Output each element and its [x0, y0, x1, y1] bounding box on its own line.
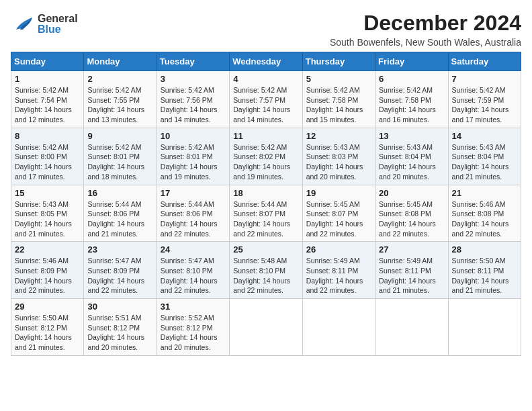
day-info: Sunrise: 5:42 AM Sunset: 7:55 PM Dayligh…: [87, 85, 152, 125]
calendar-cell: 16Sunrise: 5:44 AM Sunset: 8:06 PM Dayli…: [84, 185, 157, 242]
day-number: 29: [15, 302, 80, 312]
calendar-cell: 2Sunrise: 5:42 AM Sunset: 7:55 PM Daylig…: [84, 71, 157, 128]
calendar-week-1: 1Sunrise: 5:42 AM Sunset: 7:54 PM Daylig…: [11, 71, 521, 128]
title-block: December 2024 South Bowenfels, New South…: [330, 11, 521, 48]
day-info: Sunrise: 5:50 AM Sunset: 8:12 PM Dayligh…: [15, 313, 80, 353]
calendar-cell: 24Sunrise: 5:47 AM Sunset: 8:10 PM Dayli…: [157, 242, 229, 299]
weekday-header-tuesday: Tuesday: [157, 52, 229, 71]
day-info: Sunrise: 5:46 AM Sunset: 8:09 PM Dayligh…: [15, 256, 80, 295]
calendar-cell: [448, 299, 521, 356]
day-info: Sunrise: 5:42 AM Sunset: 8:01 PM Dayligh…: [161, 142, 226, 182]
calendar-cell: 6Sunrise: 5:42 AM Sunset: 7:58 PM Daylig…: [375, 71, 448, 128]
calendar-cell: 17Sunrise: 5:44 AM Sunset: 8:06 PM Dayli…: [157, 185, 229, 242]
day-info: Sunrise: 5:47 AM Sunset: 8:09 PM Dayligh…: [87, 256, 152, 295]
month-title: December 2024: [330, 11, 521, 36]
calendar-cell: 27Sunrise: 5:49 AM Sunset: 8:11 PM Dayli…: [375, 242, 448, 299]
calendar-week-3: 15Sunrise: 5:43 AM Sunset: 8:05 PM Dayli…: [11, 185, 521, 242]
day-number: 1: [15, 74, 80, 84]
day-number: 30: [87, 302, 152, 312]
calendar-cell: 18Sunrise: 5:44 AM Sunset: 8:07 PM Dayli…: [230, 185, 302, 242]
calendar-week-2: 8Sunrise: 5:42 AM Sunset: 8:00 PM Daylig…: [11, 128, 521, 185]
calendar-cell: 9Sunrise: 5:42 AM Sunset: 8:01 PM Daylig…: [84, 128, 157, 185]
calendar-cell: 13Sunrise: 5:43 AM Sunset: 8:04 PM Dayli…: [375, 128, 448, 185]
day-number: 19: [306, 188, 371, 198]
day-info: Sunrise: 5:47 AM Sunset: 8:10 PM Dayligh…: [161, 256, 226, 295]
weekday-header-row: SundayMondayTuesdayWednesdayThursdayFrid…: [11, 52, 521, 71]
day-info: Sunrise: 5:48 AM Sunset: 8:10 PM Dayligh…: [233, 256, 298, 295]
day-info: Sunrise: 5:42 AM Sunset: 7:58 PM Dayligh…: [379, 85, 444, 125]
calendar-cell: 30Sunrise: 5:51 AM Sunset: 8:12 PM Dayli…: [84, 299, 157, 356]
day-number: 13: [379, 131, 444, 141]
calendar-cell: 12Sunrise: 5:43 AM Sunset: 8:03 PM Dayli…: [302, 128, 375, 185]
day-number: 18: [233, 188, 298, 198]
day-info: Sunrise: 5:49 AM Sunset: 8:11 PM Dayligh…: [379, 256, 444, 295]
day-info: Sunrise: 5:43 AM Sunset: 8:04 PM Dayligh…: [379, 142, 444, 182]
day-info: Sunrise: 5:46 AM Sunset: 8:08 PM Dayligh…: [452, 199, 517, 239]
day-number: 2: [87, 74, 152, 84]
calendar-cell: 8Sunrise: 5:42 AM Sunset: 8:00 PM Daylig…: [11, 128, 84, 185]
weekday-header-saturday: Saturday: [448, 52, 521, 71]
day-number: 8: [15, 131, 80, 141]
calendar-table: SundayMondayTuesdayWednesdayThursdayFrid…: [11, 52, 521, 356]
calendar-cell: 4Sunrise: 5:42 AM Sunset: 7:57 PM Daylig…: [230, 71, 302, 128]
page-header: General Blue December 2024 South Bowenfe…: [11, 11, 521, 48]
day-number: 20: [379, 188, 444, 198]
weekday-header-monday: Monday: [84, 52, 157, 71]
calendar-week-5: 29Sunrise: 5:50 AM Sunset: 8:12 PM Dayli…: [11, 299, 521, 356]
calendar-cell: 1Sunrise: 5:42 AM Sunset: 7:54 PM Daylig…: [11, 71, 84, 128]
weekday-header-thursday: Thursday: [302, 52, 375, 71]
day-number: 12: [306, 131, 371, 141]
day-info: Sunrise: 5:42 AM Sunset: 8:01 PM Dayligh…: [87, 142, 152, 182]
day-info: Sunrise: 5:44 AM Sunset: 8:06 PM Dayligh…: [87, 199, 152, 239]
logo-general: General: [38, 13, 78, 24]
day-info: Sunrise: 5:49 AM Sunset: 8:11 PM Dayligh…: [306, 256, 371, 295]
day-number: 26: [306, 244, 371, 255]
calendar-cell: 26Sunrise: 5:49 AM Sunset: 8:11 PM Dayli…: [302, 242, 375, 299]
calendar-cell: 28Sunrise: 5:50 AM Sunset: 8:11 PM Dayli…: [448, 242, 521, 299]
logo-text: General Blue: [38, 13, 78, 35]
day-info: Sunrise: 5:44 AM Sunset: 8:06 PM Dayligh…: [161, 199, 226, 239]
logo-blue: Blue: [38, 24, 78, 35]
day-info: Sunrise: 5:52 AM Sunset: 8:12 PM Dayligh…: [161, 313, 226, 353]
calendar-cell: 20Sunrise: 5:45 AM Sunset: 8:08 PM Dayli…: [375, 185, 448, 242]
day-number: 6: [379, 74, 444, 84]
logo-icon: [11, 11, 35, 38]
day-number: 31: [161, 302, 226, 312]
weekday-header-friday: Friday: [375, 52, 448, 71]
day-info: Sunrise: 5:51 AM Sunset: 8:12 PM Dayligh…: [87, 313, 152, 353]
day-info: Sunrise: 5:43 AM Sunset: 8:05 PM Dayligh…: [15, 199, 80, 239]
day-info: Sunrise: 5:43 AM Sunset: 8:03 PM Dayligh…: [306, 142, 371, 182]
calendar-cell: 5Sunrise: 5:42 AM Sunset: 7:58 PM Daylig…: [302, 71, 375, 128]
day-number: 4: [233, 74, 298, 84]
calendar-cell: [302, 299, 375, 356]
day-number: 11: [233, 131, 298, 141]
day-info: Sunrise: 5:42 AM Sunset: 7:58 PM Dayligh…: [306, 85, 371, 125]
calendar-cell: 3Sunrise: 5:42 AM Sunset: 7:56 PM Daylig…: [157, 71, 229, 128]
day-info: Sunrise: 5:42 AM Sunset: 8:00 PM Dayligh…: [15, 142, 80, 182]
day-info: Sunrise: 5:45 AM Sunset: 8:07 PM Dayligh…: [306, 199, 371, 239]
day-info: Sunrise: 5:42 AM Sunset: 7:59 PM Dayligh…: [452, 85, 517, 125]
day-number: 5: [306, 74, 371, 84]
day-number: 10: [161, 131, 226, 141]
calendar-week-4: 22Sunrise: 5:46 AM Sunset: 8:09 PM Dayli…: [11, 242, 521, 299]
day-number: 16: [87, 188, 152, 198]
calendar-cell: 19Sunrise: 5:45 AM Sunset: 8:07 PM Dayli…: [302, 185, 375, 242]
day-number: 7: [452, 74, 517, 84]
calendar-cell: 10Sunrise: 5:42 AM Sunset: 8:01 PM Dayli…: [157, 128, 229, 185]
day-number: 14: [452, 131, 517, 141]
calendar-cell: 29Sunrise: 5:50 AM Sunset: 8:12 PM Dayli…: [11, 299, 84, 356]
calendar-body: 1Sunrise: 5:42 AM Sunset: 7:54 PM Daylig…: [11, 71, 521, 356]
weekday-header-wednesday: Wednesday: [230, 52, 302, 71]
logo: General Blue: [11, 11, 78, 38]
day-number: 27: [379, 244, 444, 255]
day-number: 3: [161, 74, 226, 84]
day-info: Sunrise: 5:42 AM Sunset: 7:54 PM Dayligh…: [15, 85, 80, 125]
weekday-header-sunday: Sunday: [11, 52, 84, 71]
calendar-cell: 31Sunrise: 5:52 AM Sunset: 8:12 PM Dayli…: [157, 299, 229, 356]
day-info: Sunrise: 5:50 AM Sunset: 8:11 PM Dayligh…: [452, 256, 517, 295]
calendar-cell: 23Sunrise: 5:47 AM Sunset: 8:09 PM Dayli…: [84, 242, 157, 299]
day-info: Sunrise: 5:45 AM Sunset: 8:08 PM Dayligh…: [379, 199, 444, 239]
calendar-cell: 21Sunrise: 5:46 AM Sunset: 8:08 PM Dayli…: [448, 185, 521, 242]
day-number: 21: [452, 188, 517, 198]
day-number: 23: [87, 244, 152, 255]
